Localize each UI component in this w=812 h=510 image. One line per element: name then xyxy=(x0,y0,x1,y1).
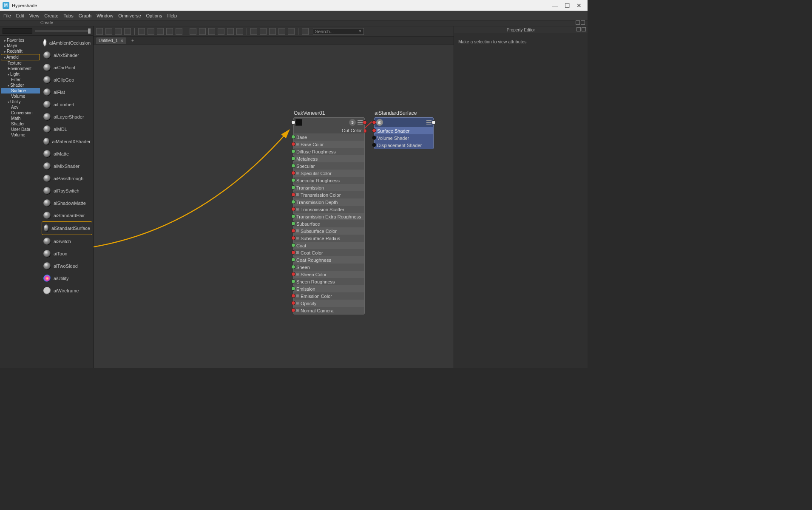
tree-redshift[interactable]: Redshift xyxy=(1,48,40,54)
tree-favorites[interactable]: Favorites xyxy=(1,37,40,43)
input-port[interactable] xyxy=(291,258,295,262)
input-port[interactable] xyxy=(372,136,376,140)
slot-surface-shader[interactable]: Surface Shader xyxy=(375,127,433,134)
attr-emission-color[interactable]: ⊞Emission Color xyxy=(294,292,364,300)
shader-aiaxfshader[interactable]: aiAxfShader xyxy=(42,49,92,61)
tool-button[interactable] xyxy=(250,28,257,35)
shader-aiflat[interactable]: aiFlat xyxy=(42,86,92,98)
close-tab-icon[interactable]: ✕ xyxy=(120,39,124,43)
attr-opacity[interactable]: ⊞Opacity xyxy=(294,300,364,307)
tool-button[interactable] xyxy=(218,28,224,35)
tree-math[interactable]: Math xyxy=(1,116,40,121)
attr-subsurface[interactable]: Subsurface xyxy=(294,220,364,227)
attr-coat-roughness[interactable]: Coat Roughness xyxy=(294,256,364,264)
attr-subsurface-radius[interactable]: ⊞Subsurface Radius xyxy=(294,235,364,242)
input-port[interactable] xyxy=(291,142,295,146)
input-port[interactable] xyxy=(291,250,295,255)
maximize-button[interactable]: ☐ xyxy=(561,2,573,9)
input-port[interactable] xyxy=(291,294,295,298)
tree-volume[interactable]: Volume xyxy=(1,132,40,138)
input-port[interactable] xyxy=(372,128,376,133)
attr-specular-roughness[interactable]: Specular Roughness xyxy=(294,177,364,184)
tool-button[interactable] xyxy=(278,28,285,35)
expand-icon[interactable]: ⊞ xyxy=(296,236,299,240)
menu-tabs[interactable]: Tabs xyxy=(63,13,73,18)
attr-sheen-roughness[interactable]: Sheen Roughness xyxy=(294,278,364,285)
shader-ailambert[interactable]: aiLambert xyxy=(42,98,92,110)
attr-coat[interactable]: Coat xyxy=(294,242,364,249)
shader-airayswitch[interactable]: aiRaySwitch xyxy=(42,184,92,197)
tree-utility[interactable]: Utility xyxy=(1,99,40,105)
input-port[interactable] xyxy=(291,243,295,247)
tree-arnold[interactable]: Arnold xyxy=(1,54,40,60)
input-port[interactable] xyxy=(291,149,295,153)
attr-base-color[interactable]: ⊞Base Color xyxy=(294,141,364,148)
attr-sheen[interactable]: Sheen xyxy=(294,264,364,271)
shader-aitwosided[interactable]: aiTwoSided xyxy=(42,260,92,272)
slot-volume-shader[interactable]: Volume Shader xyxy=(375,134,433,142)
minimize-button[interactable]: — xyxy=(549,2,561,9)
tool-button[interactable] xyxy=(236,28,243,35)
shader-aiclipgeo[interactable]: aiClipGeo xyxy=(42,74,92,86)
menu-view[interactable]: View xyxy=(29,13,40,18)
input-port[interactable] xyxy=(291,135,295,139)
shader-aimdl[interactable]: aiMDL xyxy=(42,123,92,135)
menu-window[interactable]: Window xyxy=(97,13,113,18)
shader-aiswitch[interactable]: aiSwitch xyxy=(42,235,92,247)
shader-aipassthrough[interactable]: aiPassthrough xyxy=(42,172,92,184)
tree-light[interactable]: Light xyxy=(1,71,40,77)
pane-close-icon[interactable] xyxy=(581,20,585,25)
expand-icon[interactable]: ⊞ xyxy=(296,272,299,276)
tree-volume[interactable]: Volume xyxy=(1,94,40,99)
input-port[interactable] xyxy=(291,214,295,218)
attr-specular-color[interactable]: ⊞Specular Color xyxy=(294,170,364,177)
expand-icon[interactable]: ⊞ xyxy=(296,308,299,312)
tree-shader[interactable]: Shader xyxy=(1,121,40,127)
attr-normal-camera[interactable]: ⊞Normal Camera xyxy=(294,307,364,314)
expand-icon[interactable]: ⊞ xyxy=(296,171,299,175)
menu-file[interactable]: File xyxy=(3,13,11,18)
tree-shader[interactable]: Shader xyxy=(1,82,40,88)
expand-icon[interactable]: ⊞ xyxy=(296,193,299,197)
thumbnail-size-slider[interactable] xyxy=(0,26,93,36)
tool-button[interactable] xyxy=(157,28,164,35)
attr-sheen-color[interactable]: ⊞Sheen Color xyxy=(294,271,364,278)
add-tab-button[interactable]: + xyxy=(129,37,136,44)
tree-filter[interactable]: Filter xyxy=(1,77,40,82)
node-output-port[interactable] xyxy=(363,120,367,125)
menu-help[interactable]: Help xyxy=(167,13,177,18)
shader-aimaterialxshader[interactable]: aiMaterialXShader xyxy=(42,135,92,147)
input-port[interactable] xyxy=(291,229,295,233)
shader-aiambientocclusion[interactable]: aiAmbientOcclusion xyxy=(42,37,92,49)
shader-aiutility[interactable]: aiUtility xyxy=(42,272,92,284)
shader-aimixshader[interactable]: aiMixShader xyxy=(42,160,92,172)
attr-transmission[interactable]: Transmission xyxy=(294,184,364,191)
expand-icon[interactable]: ⊞ xyxy=(296,250,299,255)
tool-button[interactable] xyxy=(166,28,173,35)
input-port[interactable] xyxy=(291,193,295,197)
input-port[interactable] xyxy=(291,308,295,312)
tree-conversion[interactable]: Conversion xyxy=(1,110,40,116)
expand-icon[interactable]: ⊞ xyxy=(296,294,299,298)
expand-icon[interactable]: ⊞ xyxy=(296,229,299,233)
tree-texture[interactable]: Texture xyxy=(1,60,40,66)
node-header[interactable]: S xyxy=(294,118,364,127)
tool-button[interactable] xyxy=(269,28,276,35)
tree-surface[interactable]: Surface xyxy=(1,88,40,94)
expand-icon[interactable]: ⊞ xyxy=(296,207,299,211)
shader-ailayershader[interactable]: aiLayerShader xyxy=(42,110,92,123)
shader-aiwireframe[interactable]: aiWireframe xyxy=(42,284,92,297)
attr-metalness[interactable]: Metalness xyxy=(294,155,364,162)
menu-options[interactable]: Options xyxy=(146,13,162,18)
input-port[interactable] xyxy=(291,178,295,182)
shader-aicarpaint[interactable]: aiCarPaint xyxy=(42,61,92,74)
tool-button[interactable] xyxy=(138,28,145,35)
menu-create[interactable]: Create xyxy=(44,13,58,18)
tool-button[interactable] xyxy=(176,28,182,35)
tool-button[interactable] xyxy=(124,28,131,35)
input-port[interactable] xyxy=(291,156,295,161)
menu-graph[interactable]: Graph xyxy=(79,13,92,18)
tree-environment[interactable]: Environment xyxy=(1,66,40,71)
tool-button[interactable] xyxy=(227,28,234,35)
input-port[interactable] xyxy=(291,207,295,211)
